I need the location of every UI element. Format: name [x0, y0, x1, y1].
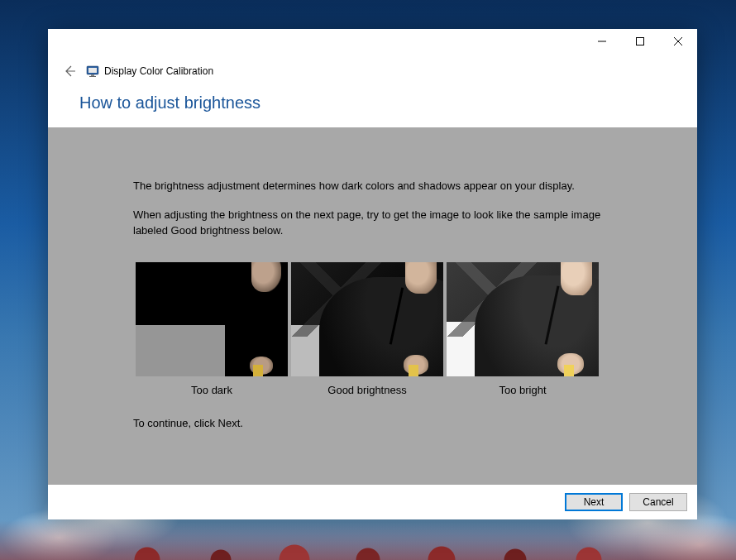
sample-too-dark: Too dark: [136, 262, 288, 399]
minimize-button[interactable]: [583, 29, 621, 54]
cancel-button[interactable]: Cancel: [629, 493, 687, 511]
continue-instruction: To continue, click Next.: [133, 416, 621, 432]
header-bar: Display Color Calibration: [48, 56, 697, 85]
close-icon: [674, 37, 682, 45]
sample-too-bright: Too bright: [447, 262, 599, 399]
footer-bar: Next Cancel: [48, 485, 697, 519]
sample-images-row: Too dark Good brightness: [136, 262, 697, 399]
svg-rect-4: [89, 76, 96, 77]
maximize-icon: [636, 37, 644, 45]
instruction-paragraph-1: The brightness adjustment determines how…: [133, 179, 621, 194]
svg-rect-2: [88, 68, 97, 73]
sample-image-too-dark: [136, 262, 288, 376]
sample-good: Good brightness: [291, 262, 443, 399]
instruction-paragraph-2: When adjusting the brightness on the nex…: [133, 208, 621, 239]
page-heading: How to adjust brightness: [79, 93, 697, 112]
sample-label-too-bright: Too bright: [499, 383, 546, 399]
app-icon: [86, 65, 99, 78]
back-arrow-icon: [63, 65, 76, 78]
svg-rect-3: [91, 74, 94, 76]
svg-rect-0: [637, 38, 644, 45]
heading-area: How to adjust brightness: [48, 85, 697, 127]
next-button[interactable]: Next: [565, 493, 623, 511]
sample-label-too-dark: Too dark: [191, 383, 232, 399]
calibration-window: Display Color Calibration How to adjust …: [48, 29, 697, 519]
back-button[interactable]: [60, 61, 79, 81]
minimize-icon: [598, 37, 606, 45]
window-titlebar: [48, 29, 697, 56]
sample-image-too-bright: [447, 262, 599, 376]
maximize-button[interactable]: [621, 29, 659, 54]
sample-label-good: Good brightness: [327, 383, 406, 399]
app-title: Display Color Calibration: [104, 65, 213, 77]
content-area: The brightness adjustment determines how…: [48, 127, 697, 485]
sample-image-good: [291, 262, 443, 376]
close-button[interactable]: [659, 29, 697, 54]
